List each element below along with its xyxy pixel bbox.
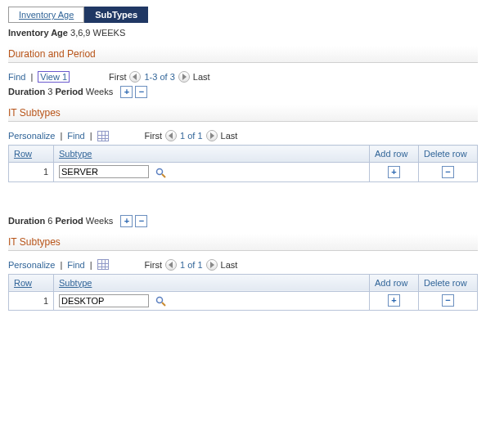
grid-last-label: Last <box>221 131 238 141</box>
grid-first-label: First <box>145 131 162 141</box>
add-row-button[interactable]: + <box>388 166 400 178</box>
subtype-cell <box>54 163 370 182</box>
del-cell: − <box>419 291 478 311</box>
personalize-link[interactable]: Personalize <box>8 260 55 270</box>
find-link[interactable]: Find <box>8 72 25 82</box>
duration-label: Duration <box>8 216 45 226</box>
period-label: Period <box>55 87 83 96</box>
duration-row-b: Duration 6 Period Weeks + − <box>8 215 478 227</box>
grid-icon[interactable] <box>97 131 109 141</box>
add-cell: + <box>370 291 419 311</box>
grid-last-label: Last <box>221 260 238 270</box>
col-row[interactable]: Row <box>9 146 54 163</box>
delete-row-button[interactable]: − <box>135 215 147 227</box>
svg-marker-0 <box>133 74 137 80</box>
col-add: Add row <box>370 146 419 163</box>
personalize-link[interactable]: Personalize <box>8 131 55 141</box>
grid-next-icon[interactable] <box>206 130 218 141</box>
subtype-input[interactable] <box>59 294 149 307</box>
table-row: 1 + − <box>9 291 478 311</box>
delete-row-button[interactable]: − <box>442 166 454 178</box>
section-it-subtypes-b: IT Subtypes <box>8 234 478 251</box>
col-del: Delete row <box>419 274 478 291</box>
inventory-age-value: 3,6,9 WEEKS <box>70 28 125 38</box>
lookup-icon[interactable] <box>155 295 167 307</box>
subtype-input[interactable] <box>59 165 149 178</box>
duration-nav: Find | View 1 First 1-3 of 3 Last <box>8 71 478 83</box>
row-number: 1 <box>9 163 54 182</box>
last-label: Last <box>193 72 210 82</box>
period-value-b: Weeks <box>86 216 113 226</box>
prev-icon[interactable] <box>129 71 141 83</box>
svg-point-8 <box>157 298 163 303</box>
grid-header-row: Row Subtype Add row Delete row <box>9 146 478 163</box>
grid-next-icon[interactable] <box>206 259 218 271</box>
duration-value-b: 6 <box>47 216 52 226</box>
del-cell: − <box>419 163 478 182</box>
period-label: Period <box>55 216 83 226</box>
subtype-cell <box>54 291 370 311</box>
find-link-grid[interactable]: Find <box>67 131 84 141</box>
svg-marker-3 <box>210 132 214 139</box>
duration-label: Duration <box>8 87 45 96</box>
grid-icon[interactable] <box>97 259 109 270</box>
add-row-button[interactable]: + <box>120 215 133 227</box>
grid-range-a[interactable]: 1 of 1 <box>180 131 203 141</box>
add-row-button[interactable]: + <box>388 294 400 307</box>
svg-line-9 <box>162 302 165 306</box>
grid-nav-a: Personalize | Find | First 1 of 1 Last <box>8 130 478 141</box>
delete-row-button[interactable]: − <box>135 86 147 98</box>
section-duration-period: Duration and Period <box>8 46 478 63</box>
grid-prev-icon[interactable] <box>165 130 177 141</box>
tab-subtypes[interactable]: SubTypes <box>84 7 148 23</box>
table-row: 1 + − <box>9 163 478 182</box>
col-subtype[interactable]: Subtype <box>54 274 370 291</box>
svg-marker-2 <box>169 132 173 139</box>
range-text[interactable]: 1-3 of 3 <box>144 72 174 82</box>
grid-nav-b: Personalize | Find | First 1 of 1 Last <box>8 259 478 271</box>
col-add: Add row <box>370 274 419 291</box>
col-row[interactable]: Row <box>9 274 54 291</box>
first-label: First <box>109 72 126 82</box>
section-it-subtypes-a: IT Subtypes <box>8 105 478 122</box>
tab-inventory-age[interactable]: Inventory Age <box>8 7 84 23</box>
svg-marker-7 <box>210 262 214 268</box>
delete-row-button[interactable]: − <box>442 294 454 307</box>
grid-prev-icon[interactable] <box>165 259 177 271</box>
svg-marker-6 <box>169 262 173 268</box>
grid-header-row: Row Subtype Add row Delete row <box>9 274 478 291</box>
grid-range-b[interactable]: 1 of 1 <box>180 260 203 270</box>
grid-first-label: First <box>145 260 162 270</box>
row-number: 1 <box>9 291 54 311</box>
inventory-age-label: Inventory Age <box>8 28 68 38</box>
col-subtype[interactable]: Subtype <box>54 146 370 163</box>
svg-marker-1 <box>182 74 187 80</box>
svg-line-5 <box>162 174 165 177</box>
inventory-age-field: Inventory Age 3,6,9 WEEKS <box>8 28 478 38</box>
add-cell: + <box>370 163 419 182</box>
view1-link[interactable]: View 1 <box>38 71 70 83</box>
lookup-icon[interactable] <box>155 167 167 179</box>
svg-point-4 <box>157 168 163 174</box>
tab-bar: Inventory Age SubTypes <box>8 7 478 23</box>
subtype-grid-a: Row Subtype Add row Delete row 1 + − <box>8 145 478 182</box>
find-link-grid[interactable]: Find <box>67 260 84 270</box>
add-row-button[interactable]: + <box>120 86 133 98</box>
period-value-a: Weeks <box>86 87 113 96</box>
next-icon[interactable] <box>178 71 190 83</box>
duration-row-a: Duration 3 Period Weeks + − <box>8 86 478 98</box>
col-del: Delete row <box>419 146 478 163</box>
subtype-grid-b: Row Subtype Add row Delete row 1 + − <box>8 274 478 311</box>
duration-value-a: 3 <box>47 87 52 96</box>
separator: | <box>30 72 33 82</box>
